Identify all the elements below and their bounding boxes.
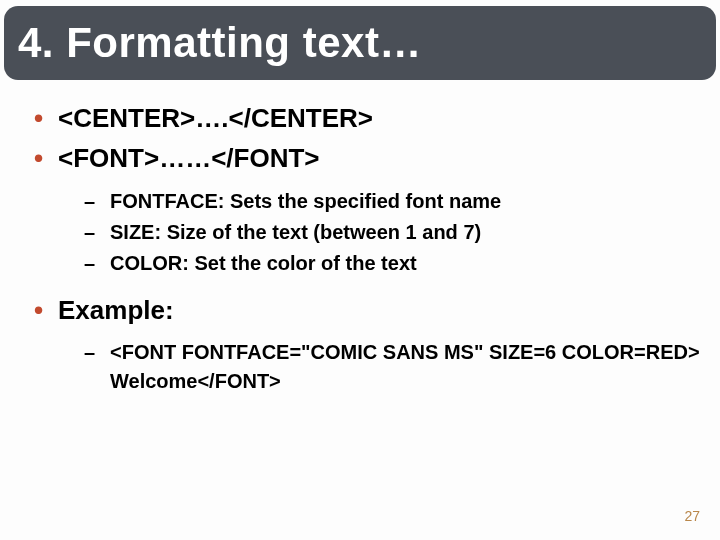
bullet-list-level1: <CENTER>….</CENTER> <FONT>……</FONT> FONT… (28, 100, 700, 396)
bullet-list-level2: <FONT FONTFACE="COMIC SANS MS" SIZE=6 CO… (58, 338, 700, 396)
bullet-item: <CENTER>….</CENTER> (28, 100, 700, 136)
sub-bullet-item: FONTFACE: Sets the specified font name (58, 187, 700, 216)
bullet-item: Example: <FONT FONTFACE="COMIC SANS MS" … (28, 292, 700, 396)
slide-title: 4. Formatting text… (18, 19, 422, 67)
sub-bullet-item: SIZE: Size of the text (between 1 and 7) (58, 218, 700, 247)
slide-content: <CENTER>….</CENTER> <FONT>……</FONT> FONT… (28, 100, 700, 410)
bullet-item: <FONT>……</FONT> FONTFACE: Sets the speci… (28, 140, 700, 277)
sub-bullet-item: <FONT FONTFACE="COMIC SANS MS" SIZE=6 CO… (58, 338, 700, 396)
bullet-text: <FONT>……</FONT> (58, 143, 320, 173)
bullet-text: Example: (58, 295, 174, 325)
bullet-list-level2: FONTFACE: Sets the specified font name S… (58, 187, 700, 278)
sub-bullet-item: COLOR: Set the color of the text (58, 249, 700, 278)
slide-title-bar: 4. Formatting text… (4, 6, 716, 80)
page-number: 27 (684, 508, 700, 524)
